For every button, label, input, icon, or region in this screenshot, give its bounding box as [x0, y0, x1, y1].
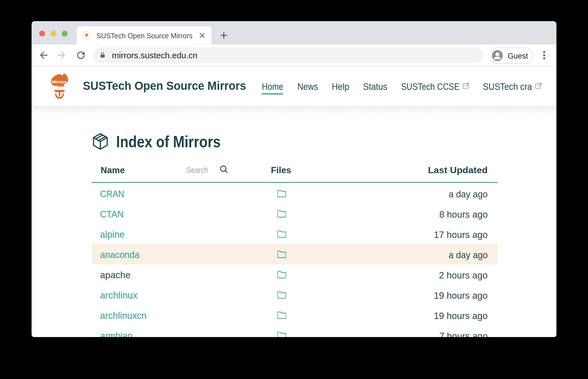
svg-text:Mirrors: Mirrors	[52, 79, 67, 84]
